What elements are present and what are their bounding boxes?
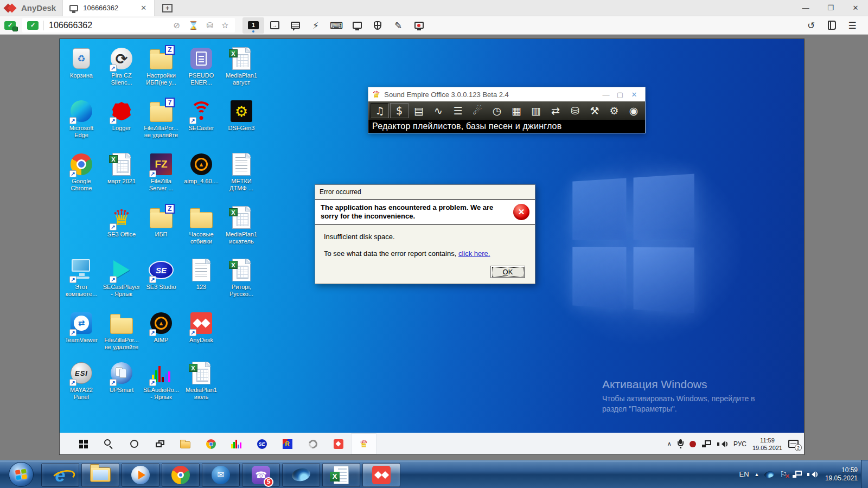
permissions-button[interactable] <box>367 17 388 34</box>
host-clock[interactable]: 10:59 19.05.2021 <box>825 466 858 483</box>
host-network-icon[interactable] <box>793 471 802 478</box>
desktop-icon-sync[interactable]: ⟳↗Pira CZ Silenc... <box>102 46 141 86</box>
desktop-icon-folder-7[interactable]: 7FileZillaPor... не удаляйте <box>142 99 181 139</box>
favorite-icon[interactable]: ✫ <box>220 21 230 30</box>
desktop-icon-esi[interactable]: ESI↗MAYA22 Panel <box>62 361 101 401</box>
desktop-icon-play[interactable]: ↗SECastPlayer - Ярлык <box>102 258 141 298</box>
history-button[interactable]: ↺ <box>801 17 821 34</box>
swap-tool-icon[interactable]: ⇄ <box>546 103 565 118</box>
desktop-icon-red-blob[interactable]: ↗Logger <box>102 99 141 132</box>
menu-button[interactable]: ☰ <box>842 17 863 34</box>
host-taskbar-excel-button[interactable]: X <box>322 463 360 487</box>
desktop-icon-text-doc[interactable]: 123 <box>182 258 221 291</box>
list-tool-icon[interactable]: ☰ <box>449 103 467 118</box>
music-tool-icon[interactable]: ♫ <box>371 103 389 118</box>
taskbar-se-studio-button[interactable]: SE <box>249 433 275 454</box>
desktop-icon-this-pc[interactable]: ↗Этот компьюте... <box>62 258 101 298</box>
error-report-link[interactable]: click here. <box>458 249 490 258</box>
se-close-button[interactable]: ✕ <box>627 91 641 99</box>
clock-tool-icon[interactable]: ◷ <box>488 103 506 118</box>
whiteboard-button[interactable]: ✎ <box>388 17 409 34</box>
host-taskbar-anydesk-button[interactable] <box>362 463 400 487</box>
swoosh-tray-icon[interactable] <box>764 470 775 478</box>
tray-chevron-icon[interactable]: ∧ <box>667 440 672 447</box>
record-dot-icon[interactable] <box>690 441 696 447</box>
microphone-icon[interactable] <box>678 439 684 448</box>
document-tool-icon[interactable]: ▤ <box>410 103 428 118</box>
host-language-indicator[interactable]: EN <box>739 470 749 478</box>
show-desktop-button[interactable] <box>861 460 868 488</box>
se-maximize-button[interactable]: ▢ <box>613 91 627 99</box>
taskbar-sound-empire-office-button[interactable]: ♛ <box>351 433 376 454</box>
ok-button[interactable]: OK <box>490 266 525 278</box>
desktop-icon-aimp[interactable]: ▲↗AIMP <box>142 311 181 344</box>
satellite-tool-icon[interactable]: ☄ <box>468 103 487 118</box>
taskbar-audio-router-button[interactable] <box>224 433 249 454</box>
waiting-icon[interactable]: ⌛ <box>187 21 200 30</box>
notebook-tool-icon[interactable]: ▥ <box>527 103 545 118</box>
remote-clock[interactable]: 11:59 19.05.2021 <box>752 436 782 452</box>
desktop-icon-edge[interactable]: ↗Microsoft Edge <box>62 99 101 139</box>
desktop-icon-folder[interactable]: FileZillaPor... не удаляйте <box>102 311 141 351</box>
waveform-tool-icon[interactable]: ∿ <box>429 103 448 118</box>
desktop-icon-upsmart[interactable]: ↗UPSmart <box>102 361 141 394</box>
file-transfer-button[interactable]: → <box>264 17 285 34</box>
no-screenshot-icon[interactable]: ⊘ <box>172 21 182 30</box>
desktop-icon-excel-doc[interactable]: XMediaPlan1 июль <box>182 361 221 401</box>
host-taskbar-windows-explorer-button[interactable] <box>81 463 119 487</box>
record-session-button[interactable] <box>409 17 429 34</box>
desktop-icon-recycle-bin[interactable]: ♻Корзина <box>62 46 101 79</box>
desktop-icon-pseudo-app[interactable]: PSEUDO ENER... <box>182 46 221 86</box>
grid-tool-icon[interactable]: ▦ <box>507 103 526 118</box>
session-tab[interactable]: 106666362 ✕ <box>62 0 155 16</box>
taskbar-chrome-button[interactable] <box>198 433 224 454</box>
actions-button[interactable]: ⚡ <box>305 17 326 34</box>
taskbar-start-button[interactable] <box>71 433 96 454</box>
sound-empire-titlebar[interactable]: ♛ Sound Empire Office 3.0.0.123 Beta 2.4… <box>368 87 645 101</box>
host-taskbar-swoosh-app-button[interactable] <box>282 463 320 487</box>
error-dialog[interactable]: Error occurred The application has encou… <box>315 184 535 284</box>
desktop-icon-excel-doc[interactable]: XMediaPlan1 искатель <box>222 205 261 245</box>
desktop-icon-aimp[interactable]: ▲aimp_4.60.... <box>182 152 221 185</box>
volume-icon[interactable] <box>717 440 727 448</box>
se-minimize-button[interactable]: — <box>599 91 613 99</box>
desktop-icon-red-wifi[interactable]: ↗SECaster <box>182 99 221 132</box>
address-field[interactable]: ✓ 106666362 ⊘ ⌛ ⛁ ✫ <box>22 18 235 33</box>
eye-tool-icon[interactable]: ◉ <box>624 103 643 118</box>
desktop-icon-folder-z[interactable]: ZНастройки ИБП(не у... <box>142 46 181 86</box>
desktop-icon-folder-z[interactable]: ZИБП <box>142 205 181 238</box>
desktop-icon-excel-doc[interactable]: XРиторг, Русско... <box>222 258 261 298</box>
taskbar-anydesk-button[interactable] <box>326 433 351 454</box>
window-minimize-button[interactable]: — <box>793 0 818 16</box>
address-book-button[interactable] <box>821 17 842 34</box>
notification-center-icon[interactable]: 2 <box>788 440 799 448</box>
desktop-icon-gear-app[interactable]: ⚙DSFGen3 <box>222 99 261 132</box>
taskbar-logger-button[interactable] <box>300 433 326 454</box>
action-center-flag-icon[interactable]: ⚐✕ <box>780 470 787 479</box>
desktop-icon-teamviewer[interactable]: ⇄↗TeamViewer <box>62 311 101 344</box>
host-taskbar-chrome-button[interactable] <box>162 463 200 487</box>
window-close-button[interactable]: ✕ <box>843 0 868 16</box>
keyboard-button[interactable]: ⌨ <box>326 17 347 34</box>
desktop-icon-chrome[interactable]: ↗Google Chrome <box>62 152 101 192</box>
dollar-tool-icon[interactable]: $ <box>390 103 409 118</box>
host-volume-icon[interactable] <box>807 471 818 478</box>
desktop-icon-anydesk[interactable]: ↗AnyDesk <box>182 311 221 344</box>
taskbar-r-app-button[interactable]: R <box>275 433 300 454</box>
desktop-icon-filezilla[interactable]: FZ↗FileZilla Server ... <box>142 152 181 192</box>
desktop-icon-se3-studio[interactable]: SE↗SE3 Studio <box>142 258 181 291</box>
desktop-icon-folder[interactable]: Часовые отбивки <box>182 205 221 245</box>
taskbar-cortana-button[interactable] <box>122 433 147 454</box>
sound-empire-window[interactable]: ♛ Sound Empire Office 3.0.0.123 Beta 2.4… <box>368 87 646 133</box>
host-taskbar-media-player-button[interactable] <box>122 463 159 487</box>
tools-tool-icon[interactable]: ⚒ <box>585 103 604 118</box>
start-orb[interactable] <box>9 462 34 487</box>
desktop-icon-excel-doc[interactable]: Xмарт 2021 <box>102 152 141 185</box>
desktop-icon-text-doc[interactable]: МЕТКИ ДТМФ ... <box>222 152 261 192</box>
settings-tool-icon[interactable]: ⚙ <box>605 103 623 118</box>
network-icon[interactable] <box>702 440 711 447</box>
display-settings-button[interactable] <box>347 17 367 34</box>
window-restore-button[interactable]: ❐ <box>818 0 843 16</box>
desktop-icon-excel-doc[interactable]: XMediaPlan1 август <box>222 46 261 86</box>
host-taskbar-internet-explorer-button[interactable]: e <box>41 463 79 487</box>
